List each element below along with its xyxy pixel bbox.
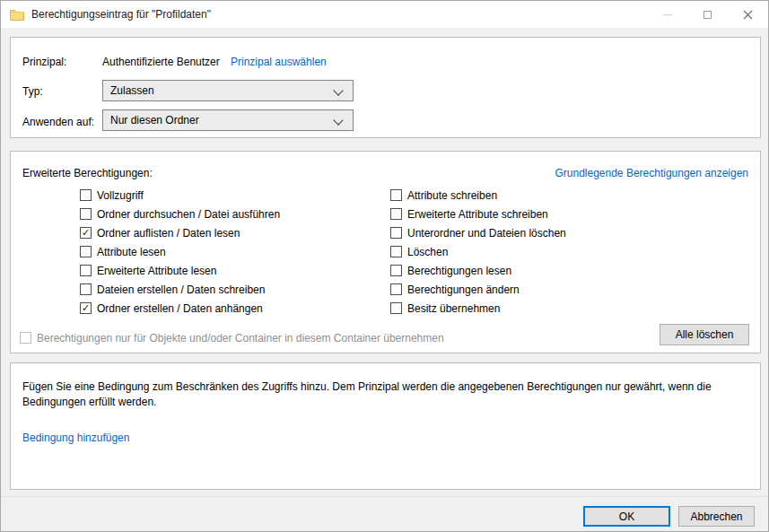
checkbox-unchecked[interactable]	[390, 265, 402, 276]
footer-divider	[1, 496, 768, 497]
permission-label: Attribute schreiben	[407, 189, 497, 202]
checkbox-unchecked[interactable]	[80, 189, 92, 201]
minimize-icon	[647, 1, 687, 28]
checkbox-unchecked[interactable]	[390, 189, 402, 201]
checkbox-checked[interactable]: ✓	[80, 227, 92, 239]
scope-checkbox-row: Berechtigungen nur für Objekte und/oder …	[20, 328, 444, 347]
folder-icon	[10, 9, 24, 21]
permissions-heading: Erweiterte Berechtigungen:	[22, 167, 153, 179]
checkbox-unchecked[interactable]	[390, 208, 402, 220]
close-icon[interactable]	[728, 1, 768, 28]
checkbox-unchecked[interactable]	[80, 283, 92, 295]
checkbox-unchecked[interactable]	[390, 246, 402, 257]
checkbox-unchecked[interactable]	[390, 283, 402, 295]
permission-row: ✓Ordner erstellen / Daten anhängen	[80, 299, 280, 318]
permissions-left-column: VollzugriffOrdner durchsuchen / Datei au…	[80, 186, 280, 318]
permission-row: Dateien erstellen / Daten schreiben	[80, 280, 280, 299]
cancel-button[interactable]: Abbrechen	[678, 506, 755, 527]
maximize-icon	[687, 1, 728, 28]
permission-row: Attribute schreiben	[390, 186, 566, 205]
chevron-down-icon	[333, 85, 343, 95]
permission-label: Ordner durchsuchen / Datei ausführen	[97, 208, 280, 221]
add-condition-link[interactable]: Bedingung hinzufügen	[22, 432, 129, 444]
principal-value: Authentifizierte Benutzer	[102, 56, 220, 68]
checkbox-unchecked[interactable]	[80, 265, 92, 276]
type-dropdown[interactable]: Zulassen	[102, 80, 354, 101]
select-principal-link[interactable]: Prinzipal auswählen	[231, 56, 327, 68]
show-basic-permissions-link[interactable]: Grundlegende Berechtigungen anzeigen	[555, 167, 748, 179]
title-bar: Berechtigungseintrag für "Profildaten"	[1, 1, 768, 28]
permission-row: Löschen	[390, 242, 566, 261]
scope-checkbox-label: Berechtigungen nur für Objekte und/oder …	[37, 332, 444, 344]
checkbox-unchecked[interactable]	[390, 227, 402, 239]
permission-row: Ordner durchsuchen / Datei ausführen	[80, 205, 280, 223]
permission-entry-dialog: Berechtigungseintrag für "Profildaten" P…	[0, 0, 769, 532]
permission-label: Vollzugriff	[97, 189, 144, 202]
permission-label: Dateien erstellen / Daten schreiben	[97, 283, 265, 296]
permissions-right-column: Attribute schreibenErweiterte Attribute …	[390, 186, 566, 318]
permission-row: Berechtigungen lesen	[390, 261, 566, 280]
condition-panel: Fügen Sie eine Bedingung zum Beschränken…	[10, 362, 761, 490]
checkbox-unchecked[interactable]	[390, 302, 402, 314]
checkbox-unchecked	[20, 332, 31, 344]
permission-label: Unterordner und Dateien löschen	[407, 227, 566, 240]
principal-panel: Prinzipal: Authentifizierte Benutzer Pri…	[10, 37, 761, 138]
caption-buttons	[647, 1, 768, 28]
permission-label: Ordner erstellen / Daten anhängen	[97, 302, 263, 315]
permission-row: Attribute lesen	[80, 242, 280, 261]
chevron-down-icon	[333, 115, 343, 125]
clear-all-button[interactable]: Alle löschen	[660, 324, 749, 345]
permission-row: Vollzugriff	[80, 186, 280, 205]
applies-to-dropdown-value: Nur diesen Ordner	[110, 114, 199, 126]
permission-label: Berechtigungen lesen	[407, 265, 511, 277]
checkbox-unchecked[interactable]	[80, 246, 92, 257]
permission-label: Erweiterte Attribute lesen	[97, 265, 216, 277]
permission-label: Ordner auflisten / Daten lesen	[97, 227, 240, 240]
permission-label: Löschen	[407, 246, 448, 258]
applies-to-label: Anwenden auf:	[22, 116, 94, 128]
principal-label: Prinzipal:	[22, 56, 66, 68]
permission-label: Besitz übernehmen	[407, 302, 500, 315]
checkbox-unchecked[interactable]	[80, 208, 92, 220]
condition-description: Fügen Sie eine Bedingung zum Beschränken…	[22, 379, 740, 410]
ok-button[interactable]: OK	[583, 506, 670, 527]
applies-to-dropdown[interactable]: Nur diesen Ordner	[102, 109, 354, 131]
type-label: Typ:	[22, 85, 43, 98]
permission-row: ✓Ordner auflisten / Daten lesen	[80, 223, 280, 242]
permissions-panel: Erweiterte Berechtigungen: Grundlegende …	[10, 151, 761, 353]
permission-row: Erweiterte Attribute lesen	[80, 261, 280, 280]
permission-row: Berechtigungen ändern	[390, 280, 566, 299]
permission-row: Unterordner und Dateien löschen	[390, 223, 566, 242]
checkbox-checked[interactable]: ✓	[80, 302, 92, 314]
permission-row: Erweiterte Attribute schreiben	[390, 205, 566, 223]
type-dropdown-value: Zulassen	[110, 84, 154, 97]
window-title: Berechtigungseintrag für "Profildaten"	[31, 8, 211, 21]
permission-label: Berechtigungen ändern	[407, 283, 520, 296]
permission-label: Attribute lesen	[97, 246, 166, 258]
permission-row: Besitz übernehmen	[390, 299, 566, 318]
permission-label: Erweiterte Attribute schreiben	[407, 208, 548, 221]
